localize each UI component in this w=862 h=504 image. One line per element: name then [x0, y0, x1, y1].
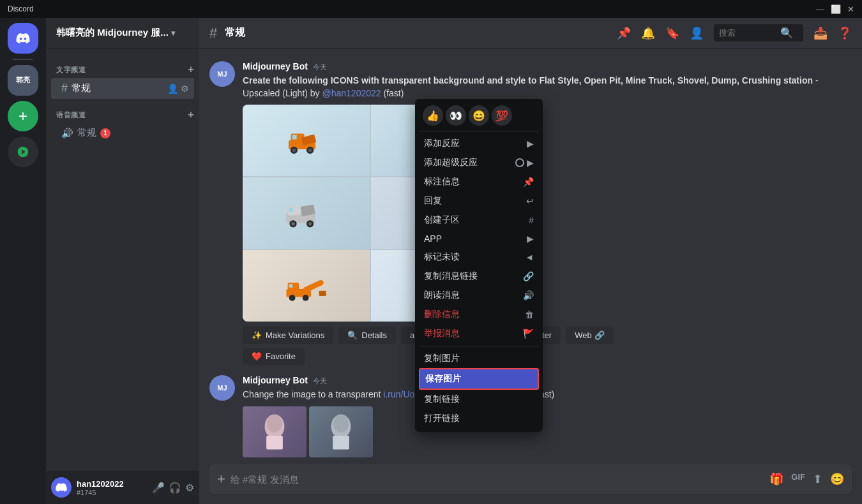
menu-create-thread[interactable]: 创建子区 #: [419, 211, 539, 230]
user-bar: han1202022 #1745 🎤 🎧 ⚙: [46, 471, 199, 504]
bell-icon[interactable]: 🔔: [641, 26, 655, 40]
attachment-button[interactable]: +: [217, 464, 225, 494]
context-menu: 👍 👀 😄 💯 添加反应 ▶ 添加超级反应 ▶ 标注信息 📌: [415, 99, 543, 432]
message-header: Midjourney Bot 今天: [243, 61, 852, 72]
submenu-arrow-icon-2: ▶: [527, 158, 534, 168]
heart-icon: ❤️: [252, 352, 262, 361]
username: han1202022: [77, 479, 147, 489]
bookmark-icon[interactable]: 🔖: [665, 26, 679, 40]
headphone-icon[interactable]: 🎧: [169, 482, 181, 494]
explore-button[interactable]: [8, 137, 38, 167]
person-icon: 👤: [167, 84, 178, 94]
search-input[interactable]: [719, 28, 776, 38]
discord-home-button[interactable]: [8, 23, 38, 54]
svg-point-21: [291, 222, 295, 226]
menu-pin-message[interactable]: 标注信息 📌: [419, 172, 539, 191]
reaction-thumbsup[interactable]: 👍: [423, 105, 443, 126]
mention-link[interactable]: @han1202022: [322, 88, 381, 98]
emoji-icon[interactable]: 😊: [830, 472, 844, 486]
settings-icon[interactable]: ⚙: [185, 482, 194, 494]
hash-icon: #: [61, 82, 68, 95]
main-content: # 常规 📌 🔔 🔖 👤 🔍 📥 ❓ MJ: [199, 18, 862, 504]
volume-icon: 🔊: [61, 128, 73, 139]
menu-copy-link[interactable]: 复制消息链接 🔗: [419, 267, 539, 286]
sticker-icon[interactable]: ⬆: [813, 472, 822, 486]
trash-icon: 🗑: [525, 309, 534, 320]
channel-item-regular-voice[interactable]: 🔊 常规 1: [51, 123, 194, 143]
window-controls[interactable]: — ⬜ ✕: [816, 4, 854, 14]
svg-rect-29: [319, 291, 326, 296]
menu-mark-unread[interactable]: 标记未读 ◄: [419, 248, 539, 267]
message-time: 今天: [313, 63, 327, 72]
app-title: Discord: [8, 4, 34, 13]
server-header[interactable]: 韩曙亮的 Midjourney 服... ▾: [46, 18, 199, 48]
menu-reply[interactable]: 回复 ↩: [419, 191, 539, 211]
link-icon: 🔗: [523, 271, 534, 281]
server-sidebar: 韩亮 +: [0, 18, 46, 504]
sparkle-icon: ✨: [252, 330, 262, 340]
help-icon[interactable]: ❓: [838, 26, 852, 40]
input-icons: 🎁 GIF ⬆ 😊: [769, 472, 844, 486]
image-cell-3: [243, 177, 370, 249]
inbox-icon[interactable]: 📥: [813, 26, 828, 40]
add-server-button[interactable]: +: [8, 101, 38, 131]
server-divider: [13, 59, 33, 60]
reaction-100[interactable]: 💯: [492, 105, 512, 126]
message-text-input[interactable]: [231, 466, 764, 493]
unread-icon: ◄: [525, 252, 534, 262]
menu-save-image[interactable]: 保存图片: [419, 368, 539, 390]
minimize-button[interactable]: —: [816, 4, 824, 14]
members-icon[interactable]: 👤: [690, 26, 704, 40]
image-preview-row: [243, 406, 852, 457]
avatar: [51, 477, 72, 498]
reaction-smile[interactable]: 😄: [469, 105, 489, 126]
message-author: Midjourney Bot: [243, 61, 308, 71]
menu-add-reaction[interactable]: 添加反应 ▶: [419, 134, 539, 153]
svg-rect-27: [289, 284, 292, 288]
search-bar[interactable]: 🔍: [714, 24, 803, 41]
gif-icon[interactable]: GIF: [791, 472, 805, 486]
reply-icon: ↩: [526, 196, 534, 206]
channel-item-regular-text[interactable]: # 常规 👤 ⚙: [51, 78, 194, 99]
menu-report[interactable]: 举报消息 🚩: [419, 324, 539, 343]
favorite-row: ❤️ Favorite: [243, 348, 852, 365]
preview-img-2: [309, 406, 373, 457]
channel-name: 常规: [72, 82, 91, 94]
text-channel-category: 文字频道 +: [46, 54, 199, 78]
channel-header: # 常规 📌 🔔 🔖 👤 🔍 📥 ❓: [199, 18, 862, 48]
settings-icon: ⚙: [181, 84, 189, 94]
menu-add-super-reaction[interactable]: 添加超级反应 ▶: [419, 153, 539, 172]
make-variations-button[interactable]: ✨ Make Variations: [243, 327, 333, 344]
search-icon: 🔍: [780, 27, 793, 39]
details-button[interactable]: 🔍 Details: [338, 327, 396, 344]
svg-rect-40: [266, 436, 283, 449]
channel-header-name: 常规: [225, 26, 245, 40]
svg-point-30: [289, 295, 295, 301]
web-button[interactable]: Web 🔗: [566, 327, 614, 344]
menu-copy-image[interactable]: 复制图片: [419, 349, 539, 368]
pin-icon: 📌: [523, 177, 534, 187]
thread-icon: #: [529, 215, 534, 225]
favorite-button[interactable]: ❤️ Favorite: [243, 348, 305, 365]
magnify-icon: 🔍: [347, 330, 358, 340]
chevron-down-icon: ▾: [171, 29, 175, 38]
menu-copy-link2[interactable]: 复制链接: [419, 390, 539, 409]
reaction-eyes[interactable]: 👀: [446, 105, 466, 126]
add-text-channel-button[interactable]: +: [188, 64, 194, 75]
menu-app[interactable]: APP ▶: [419, 230, 539, 248]
microphone-icon[interactable]: 🎤: [152, 482, 165, 494]
pins-icon[interactable]: 📌: [617, 26, 631, 40]
gift-icon[interactable]: 🎁: [769, 472, 783, 486]
close-button[interactable]: ✕: [847, 4, 854, 14]
han-server-icon[interactable]: 韩亮: [8, 65, 38, 96]
menu-read-aloud[interactable]: 朗读消息 🔊: [419, 286, 539, 305]
flag-icon: 🚩: [523, 329, 534, 339]
maximize-button[interactable]: ⬜: [831, 4, 841, 14]
menu-open-link[interactable]: 打开链接: [419, 409, 539, 428]
voice-channel-category: 语音频道 +: [46, 99, 199, 123]
bot-avatar-2: MJ: [209, 375, 235, 401]
bot-avatar: MJ: [209, 61, 235, 87]
menu-delete-message[interactable]: 删除信息 🗑: [419, 305, 539, 324]
svg-point-39: [267, 415, 282, 432]
add-voice-channel-button[interactable]: +: [188, 109, 194, 121]
